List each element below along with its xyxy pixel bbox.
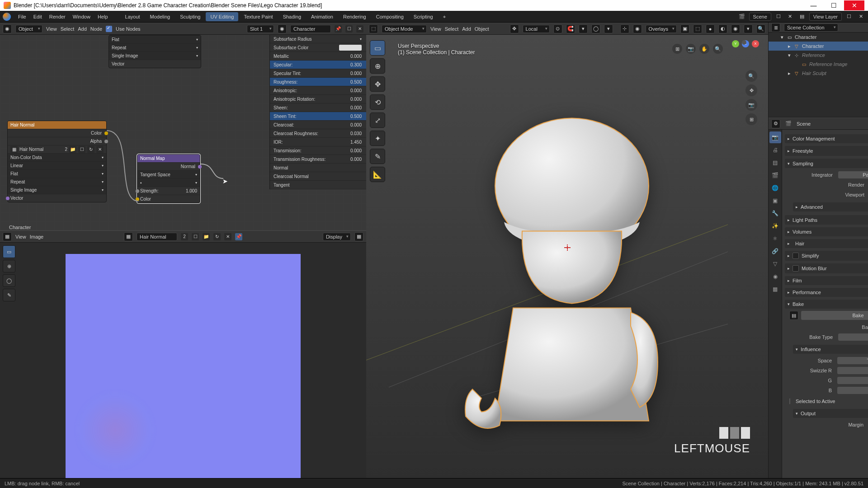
panel-bake[interactable]: ▾Bake (785, 300, 868, 309)
outliner-name[interactable]: Hair Sculpt (801, 70, 868, 76)
bsdf-anisorot[interactable]: Anisotropic Rotation: (274, 97, 315, 102)
menu-file[interactable]: File (14, 14, 30, 19)
node-menu-node[interactable]: Node (90, 26, 102, 32)
imgtop-flat[interactable]: Flat (112, 37, 119, 42)
menu-window[interactable]: Window (69, 14, 94, 19)
bsdf-ccr-v[interactable]: 0.030 (350, 131, 362, 136)
shading-options-icon[interactable]: ▾ (744, 24, 753, 33)
nm-in-color[interactable]: Color (140, 197, 151, 202)
bake-icon[interactable]: ▤ (789, 311, 798, 320)
imgtop-single[interactable]: Single Image (112, 53, 138, 58)
ptab-render[interactable]: 📷 (769, 131, 781, 143)
principled-bsdf-node[interactable]: Subsurface Radius▾ Subsurface Color Meta… (269, 35, 366, 189)
tab-rendering[interactable]: Rendering (339, 12, 371, 21)
panel-freestyle[interactable]: ▸Freestyle (785, 146, 868, 156)
bsdf-aniso-v[interactable]: 0.000 (350, 88, 362, 93)
shading-solid-icon[interactable]: ● (706, 24, 715, 33)
image-new-icon[interactable]: ☐ (192, 233, 199, 240)
outliner-name[interactable]: Reference (801, 52, 868, 58)
maximize-button[interactable]: ☐ (824, 0, 844, 10)
tab-texture-paint[interactable]: Texture Paint (239, 12, 277, 21)
overlays-dropdown[interactable]: Overlays (646, 25, 677, 33)
imghair-src[interactable]: Single Image (10, 188, 37, 192)
imghair-interp[interactable]: Linear (10, 163, 23, 168)
pin-node-button[interactable]: 📌 (335, 25, 342, 33)
imghair-open-icon[interactable]: 📁 (69, 146, 76, 153)
vp-menu-view[interactable]: View (430, 26, 441, 32)
shading-lookdev-icon[interactable]: ◐ (718, 24, 727, 33)
tab-sculpting[interactable]: Sculpting (175, 12, 205, 21)
bake-space-select[interactable]: Tangent (837, 357, 868, 364)
show-overlays-icon[interactable]: ◉ (633, 24, 642, 33)
motionblur-checkbox[interactable] (793, 265, 799, 272)
uv-tool-lasso[interactable]: ◯ (3, 274, 15, 287)
panel-color-mgmt[interactable]: ▸Color Management (785, 134, 868, 143)
proportional-type-icon[interactable]: ▾ (604, 24, 613, 33)
image-users[interactable]: 2 (181, 233, 188, 240)
nm-strength[interactable]: 1.000 (186, 188, 197, 193)
scene-icon[interactable]: 🎬 (737, 12, 746, 21)
panel-simplify[interactable]: ▸Simplify (785, 251, 868, 261)
outliner-row-hairsculpt[interactable]: ▸▽ Hair Sculpt ∇ ▸👁📷 (769, 69, 868, 78)
editor-type-outliner-icon[interactable]: ≣ (771, 23, 780, 32)
viewlayer-select[interactable]: View Layer (809, 13, 842, 21)
ptab-mesh[interactable]: ▽ (769, 258, 781, 270)
tab-compositing[interactable]: Compositing (372, 12, 408, 21)
outliner-tree[interactable]: ▾▭ Character ▸👁📷 ▸▽ Character ∇ ▸👁📷 ▾⊹ R… (769, 33, 868, 117)
nav-zoom-icon[interactable]: 🔍 (745, 70, 757, 82)
vp-menu-select[interactable]: Select (445, 26, 459, 32)
nm-out-normal[interactable]: Normal (181, 164, 195, 169)
tab-layout[interactable]: Layout (121, 12, 145, 21)
vp-camera-icon[interactable]: 📷 (686, 44, 696, 54)
bsdf-ior-v[interactable]: 1.450 (350, 140, 362, 145)
bake-type-select[interactable]: Normal (838, 333, 868, 341)
img-menu-view[interactable]: View (15, 234, 26, 239)
panel-volumes[interactable]: ▸Volumes (785, 227, 868, 236)
imghair-browse-icon[interactable]: ▦ (10, 146, 18, 153)
imghair-ext[interactable]: Repeat (10, 179, 25, 184)
editor-type-node-icon[interactable]: ◉ (3, 24, 12, 33)
image-texture-node-hair[interactable]: Hair Normal Color Alpha ▦ Hair Normal 2 … (7, 121, 107, 202)
editor-type-3d-icon[interactable]: ⬚ (369, 24, 378, 33)
panel-output[interactable]: ▾Output (793, 409, 868, 418)
panel-hair[interactable]: ▸Hair (785, 239, 868, 248)
orientation-select[interactable]: Local (523, 25, 550, 33)
scene-select[interactable]: Scene (749, 13, 771, 21)
editor-type-props-icon[interactable]: ⚙ (771, 119, 780, 128)
panel-advanced[interactable]: ▸Advanced (793, 202, 868, 211)
ptab-particle[interactable]: ✨ (769, 220, 781, 232)
character-mesh[interactable] (441, 109, 694, 435)
material-name-field[interactable]: Character (290, 25, 331, 33)
image-reload-icon[interactable]: ↻ (213, 233, 221, 240)
material-slot[interactable]: Slot 1 (247, 25, 274, 33)
ptab-modifier[interactable]: 🔧 (769, 207, 781, 219)
uv-tool-annotate[interactable]: ✎ (3, 289, 15, 301)
menu-render[interactable]: Render (46, 14, 69, 19)
vp-zoom-icon[interactable]: 🔍 (713, 44, 723, 54)
outliner-name[interactable]: Character (794, 34, 868, 40)
bsdf-ior[interactable]: IOR: (274, 140, 283, 145)
bsdf-aniso[interactable]: Anisotropic: (274, 88, 297, 93)
nav-pan-icon[interactable]: ✥ (745, 84, 757, 96)
imghair-colorspace[interactable]: Non-Color Data (10, 155, 42, 160)
tab-shading[interactable]: Shading (278, 12, 306, 21)
menu-edit[interactable]: Edit (30, 14, 46, 19)
pivot-icon[interactable]: ⊙ (553, 24, 562, 33)
sel-to-active-checkbox[interactable] (789, 398, 790, 404)
bsdf-spec-v[interactable]: 0.300 (350, 62, 362, 67)
bsdf-sheentint-v[interactable]: 0.500 (350, 114, 362, 119)
image-canvas[interactable]: ▭ ⊕ ◯ ✎ (0, 243, 366, 478)
img-menu-image[interactable]: Image (30, 234, 44, 239)
bsdf-cc[interactable]: Clearcoat: (274, 122, 294, 127)
vp-menu-add[interactable]: Add (462, 26, 471, 32)
delete-scene-button[interactable]: ✕ (786, 12, 795, 21)
swizzle-b-select[interactable]: +Z (837, 387, 868, 394)
close-button[interactable]: ✕ (844, 0, 864, 10)
ptab-object[interactable]: ▣ (769, 195, 781, 206)
bsdf-metal[interactable]: Metallic (274, 54, 289, 59)
vp-tool-annotate[interactable]: ✎ (370, 149, 385, 164)
vp-collections-icon[interactable]: ⊞ (672, 44, 682, 54)
ptab-world[interactable]: 🌐 (769, 182, 781, 194)
nav-ortho-icon[interactable]: ⊞ (745, 113, 757, 125)
ptab-viewlayer[interactable]: ▤ (769, 157, 781, 169)
